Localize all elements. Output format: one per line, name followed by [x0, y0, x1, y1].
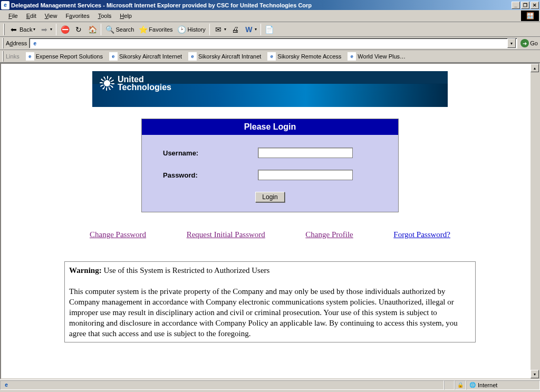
mail-button[interactable]: ✉▾	[211, 24, 228, 35]
favorites-button[interactable]: ⭐ Favorites	[136, 24, 175, 35]
dropdown-arrow-icon: ▾	[50, 27, 52, 32]
status-spacer-cell	[444, 380, 455, 390]
stop-button[interactable]: ⛔	[58, 24, 72, 35]
ie-page-icon: e	[188, 52, 197, 61]
warning-line1: Use of this System is Restricted to Auth…	[102, 266, 270, 275]
ie-page-icon: e	[3, 381, 10, 389]
back-label: Back	[20, 26, 32, 33]
link-expense-report[interactable]: eExpense Report Solutions	[23, 52, 106, 61]
go-button[interactable]: ➜ Go	[520, 39, 538, 47]
home-icon: 🏠	[88, 25, 97, 34]
username-input[interactable]	[258, 148, 353, 158]
status-bar: e 🔒 🌐 Internet	[0, 379, 540, 390]
lock-icon: 🔒	[457, 381, 464, 389]
print-icon: 🖨	[230, 25, 240, 34]
toolbar-grip	[3, 24, 5, 35]
forgot-password-link[interactable]: Forgot Password?	[393, 230, 450, 239]
username-label: Username:	[163, 149, 258, 157]
edit-button[interactable]: W▾	[242, 24, 259, 35]
close-button[interactable]: ✕	[531, 2, 539, 9]
password-input[interactable]	[258, 170, 353, 180]
address-dropdown-icon[interactable]: ▾	[507, 38, 516, 48]
toolbar: ⬅ Back ▾ ➡ ▾ ⛔ ↻ 🏠 🔍 Search ⭐ Favorites …	[0, 22, 540, 37]
password-label: Password:	[163, 171, 258, 179]
status-lock-cell: 🔒	[455, 380, 466, 390]
ie-icon: e	[1, 1, 9, 9]
scroll-up-icon[interactable]: ▴	[531, 64, 539, 72]
internet-zone-icon: 🌐	[469, 381, 476, 389]
forward-button[interactable]: ➡ ▾	[37, 24, 54, 35]
ie-page-icon: e	[267, 52, 276, 61]
address-input[interactable]	[41, 40, 507, 47]
status-message-cell: e	[0, 380, 444, 390]
menu-edit[interactable]: Edit	[22, 12, 41, 20]
login-panel: Please Login Username: Password: Login	[141, 119, 399, 212]
warning-body: This computer system is the private prop…	[69, 286, 471, 339]
menu-bar: File Edit View Favorites Tools Help 🪟	[0, 10, 540, 22]
menu-view[interactable]: View	[41, 12, 62, 20]
minimize-button[interactable]: _	[512, 2, 520, 9]
address-box[interactable]: e ▾	[29, 38, 517, 48]
refresh-button[interactable]: ↻	[72, 24, 85, 35]
back-arrow-icon: ⬅	[9, 25, 18, 34]
go-icon: ➜	[520, 39, 529, 47]
back-button[interactable]: ⬅ Back ▾	[7, 24, 37, 35]
request-initial-password-link[interactable]: Request Initial Password	[187, 230, 265, 239]
forward-arrow-icon: ➡	[40, 25, 49, 34]
print-button[interactable]: 🖨	[228, 24, 242, 35]
discuss-button[interactable]: 📄	[263, 24, 276, 35]
dropdown-arrow-icon: ▾	[33, 27, 35, 32]
vertical-scrollbar[interactable]: ▴ ▾	[531, 64, 539, 378]
link-sikorsky-intranet[interactable]: eSikorsky Aircraft Intranet	[185, 52, 264, 61]
refresh-icon: ↻	[74, 25, 83, 34]
link-world-view[interactable]: eWorld View Plus…	[344, 52, 409, 61]
warning-box: Warning: Use of this System is Restricte…	[64, 261, 476, 342]
history-icon: 🕑	[177, 25, 187, 34]
login-header: Please Login	[142, 119, 398, 135]
favorites-icon: ⭐	[138, 25, 148, 34]
warning-bold: Warning:	[69, 266, 102, 275]
change-profile-link[interactable]: Change Profile	[305, 230, 353, 239]
maximize-button[interactable]: ❐	[521, 2, 529, 9]
login-button[interactable]: Login	[255, 192, 284, 202]
home-button[interactable]: 🏠	[85, 24, 99, 35]
links-label: Links	[6, 53, 20, 60]
links-bar: Links eExpense Report Solutions eSikorsk…	[0, 50, 540, 63]
ie-page-icon: e	[348, 52, 356, 61]
page-icon: e	[31, 39, 39, 47]
scroll-down-icon[interactable]: ▾	[531, 370, 539, 378]
search-button[interactable]: 🔍 Search	[103, 24, 136, 35]
word-icon: W	[244, 25, 254, 34]
content-viewport: ▴ ▾ United Technologies Please Login Use…	[0, 63, 540, 379]
brand-line1: United	[118, 75, 171, 83]
mail-icon: ✉	[214, 25, 223, 34]
window-titlebar: e Delegated Management Services - Micros…	[0, 0, 540, 10]
status-zone-text: Internet	[478, 382, 497, 388]
action-links: Change Password Request Initial Password…	[85, 230, 455, 239]
ie-page-icon: e	[26, 52, 34, 61]
window-title: Delegated Management Services - Microsof…	[11, 2, 312, 8]
menu-help[interactable]: Help	[115, 12, 136, 20]
brand-banner: United Technologies	[92, 71, 448, 107]
brand-line2: Technologies	[118, 83, 171, 91]
menu-favorites[interactable]: Favorites	[61, 12, 93, 20]
address-bar: Address e ▾ ➜ Go	[0, 37, 540, 50]
windows-logo-icon: 🪟	[521, 11, 539, 21]
link-sikorsky-internet[interactable]: eSikorsky Aircraft Internet	[106, 52, 185, 61]
search-icon: 🔍	[105, 25, 114, 34]
status-zone-cell: 🌐 Internet	[466, 380, 540, 390]
history-button[interactable]: 🕑 History	[175, 24, 208, 35]
utc-logo-icon	[100, 76, 114, 91]
stop-icon: ⛔	[60, 25, 70, 34]
menu-tools[interactable]: Tools	[94, 12, 116, 20]
ie-page-icon: e	[109, 52, 118, 61]
change-password-link[interactable]: Change Password	[90, 230, 146, 239]
link-sikorsky-remote[interactable]: eSikorsky Remote Access	[264, 52, 344, 61]
discuss-icon: 📄	[265, 25, 274, 34]
address-label: Address	[6, 40, 27, 46]
menu-file[interactable]: File	[4, 12, 22, 20]
